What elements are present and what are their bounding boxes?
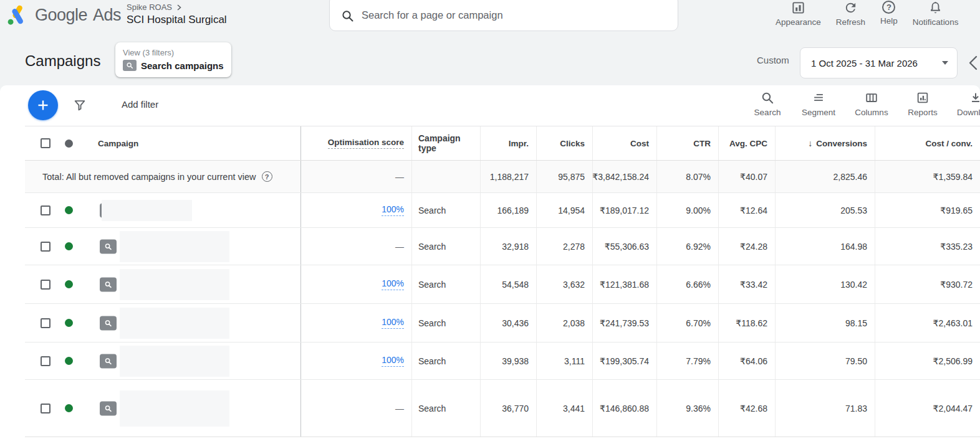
date-preset-label: Custom (757, 55, 789, 65)
total-ctr: 8.07% (656, 161, 718, 192)
table-search-button[interactable]: Search (743, 91, 792, 117)
column-header-cost[interactable]: Cost (592, 126, 656, 160)
row-checkbox[interactable] (41, 242, 50, 252)
global-search-box[interactable] (329, 0, 678, 31)
campaign-name-redacted[interactable] (120, 269, 229, 300)
avg-cpc-cell: ₹64.06 (718, 342, 775, 379)
view-filters-chip[interactable]: View (3 filters) Search campaigns (115, 42, 231, 77)
column-header-campaign-type[interactable]: Campaign type (411, 126, 480, 160)
campaigns-table: Campaign Optimisation score Campaign typ… (25, 126, 980, 437)
opt-score-link[interactable]: 100% (382, 355, 404, 367)
avg-cpc-cell: ₹42.68 (718, 380, 775, 437)
breadcrumb: Spike ROAS SCI Hospital Surgical (127, 2, 227, 26)
campaign-name-redacted[interactable] (120, 308, 229, 339)
cost-per-conv-cell: ₹930.72 (875, 265, 980, 303)
column-header-ctr[interactable]: CTR (656, 126, 718, 160)
total-avg-cpc: ₹40.07 (718, 161, 775, 192)
conversions-cell: 71.83 (775, 380, 875, 437)
column-header-clicks[interactable]: Clicks (536, 126, 592, 160)
opt-score-empty: — (395, 404, 404, 413)
help-circle-icon[interactable]: ? (262, 171, 272, 182)
row-checkbox[interactable] (41, 318, 50, 328)
appearance-icon (791, 1, 805, 15)
column-header-campaign[interactable]: Campaign (87, 126, 300, 160)
ctr-cell: 7.79% (656, 342, 718, 379)
filter-icon[interactable] (73, 98, 87, 112)
clicks-cell: 3,441 (536, 380, 592, 437)
cost-per-conv-cell: ₹2,506.99 (875, 342, 980, 379)
total-conversions: 2,825.46 (775, 161, 875, 192)
cost-per-conv-cell: ₹335.23 (875, 228, 980, 265)
page-title: Campaigns (25, 52, 100, 70)
cost-per-conv-cell: ₹2,463.01 (875, 304, 980, 342)
campaign-row: 100% Search 166,189 14,954 ₹189,017.12 9… (25, 193, 980, 228)
impr-cell: 30,436 (480, 304, 536, 342)
campaign-row: 100% Search 39,938 3,111 ₹199,305.74 7.7… (25, 342, 980, 380)
campaign-detail-lens-button[interactable] (100, 354, 117, 368)
cost-cell: ₹55,306.63 (592, 228, 656, 265)
campaign-type-cell: Search (411, 342, 480, 379)
campaign-row: 100% Search 54,548 3,632 ₹121,381.68 6.6… (25, 265, 980, 304)
opt-score-link[interactable]: 100% (382, 278, 404, 290)
google-ads-logo[interactable]: GoogleAds (6, 4, 121, 26)
campaign-detail-lens-button[interactable] (100, 277, 117, 291)
opt-score-link[interactable]: 100% (382, 317, 404, 329)
search-campaigns-icon (123, 60, 137, 71)
row-checkbox[interactable] (41, 280, 50, 290)
conversions-cell: 130.42 (775, 265, 875, 303)
column-header-conversions[interactable]: ↓Conversions (775, 126, 875, 160)
status-enabled-icon[interactable] (65, 404, 73, 412)
row-checkbox[interactable] (41, 205, 50, 215)
column-header-avg-cpc[interactable]: Avg. CPC (718, 126, 775, 160)
notifications-button[interactable]: Notifications (905, 1, 966, 27)
campaign-type-cell: Search (411, 265, 480, 303)
appearance-button[interactable]: Appearance (768, 1, 829, 27)
search-icon (341, 9, 354, 22)
avg-cpc-cell: ₹33.42 (718, 265, 775, 303)
bell-icon (928, 1, 943, 15)
campaign-name-redacted[interactable] (120, 346, 229, 377)
refresh-button[interactable]: Refresh (829, 1, 873, 27)
column-header-opt-score[interactable]: Optimisation score (300, 126, 411, 160)
topbar-actions: Appearance Refresh ? Help Notifications (768, 1, 966, 27)
campaign-name-redacted[interactable] (120, 390, 229, 427)
collapse-panel-chevron[interactable] (966, 54, 980, 72)
status-enabled-icon[interactable] (65, 357, 73, 365)
status-enabled-icon[interactable] (65, 242, 73, 250)
breadcrumb-account[interactable]: Spike ROAS (127, 2, 172, 12)
add-filter-button[interactable]: Add filter (122, 99, 158, 110)
row-checkbox[interactable] (41, 356, 50, 366)
help-icon: ? (882, 1, 895, 14)
global-search-input[interactable] (362, 9, 678, 22)
top-bar: GoogleAds Spike ROAS SCI Hospital Surgic… (0, 0, 980, 35)
campaign-detail-lens-button[interactable] (100, 401, 117, 415)
campaign-row: — Search 32,918 2,278 ₹55,306.63 6.92% ₹… (25, 228, 980, 265)
status-enabled-icon[interactable] (65, 319, 73, 327)
campaigns-card: Add filter Search Segment Columns (0, 85, 980, 444)
status-enabled-icon[interactable] (65, 280, 73, 288)
select-all-checkbox[interactable] (41, 138, 50, 148)
download-button[interactable]: Download (948, 91, 980, 117)
reports-icon (916, 91, 930, 105)
clicks-cell: 2,038 (536, 304, 592, 342)
row-checkbox[interactable] (41, 404, 50, 413)
date-range-picker[interactable]: 1 Oct 2025 - 31 Mar 2026 (800, 47, 958, 78)
new-campaign-button[interactable] (28, 90, 58, 120)
campaign-detail-lens-button[interactable] (100, 239, 117, 253)
campaign-detail-lens-button[interactable] (100, 316, 117, 330)
column-header-impr[interactable]: Impr. (480, 126, 536, 160)
campaign-name-redacted[interactable] (120, 231, 229, 262)
campaign-name-redacted[interactable] (102, 200, 192, 221)
columns-button[interactable]: Columns (845, 91, 898, 117)
total-row: Total: All but removed campaigns in your… (25, 161, 980, 193)
opt-score-empty: — (395, 242, 404, 252)
campaign-type-cell: Search (411, 228, 480, 265)
opt-score-link[interactable]: 100% (382, 204, 404, 216)
reports-button[interactable]: Reports (898, 91, 948, 117)
refresh-icon (843, 1, 858, 15)
segment-button[interactable]: Segment (792, 91, 845, 117)
column-header-cost-per-conv[interactable]: Cost / conv. (875, 126, 980, 160)
status-enabled-icon[interactable] (65, 206, 73, 214)
clicks-cell: 2,278 (536, 228, 592, 265)
help-button[interactable]: ? Help (873, 1, 905, 27)
